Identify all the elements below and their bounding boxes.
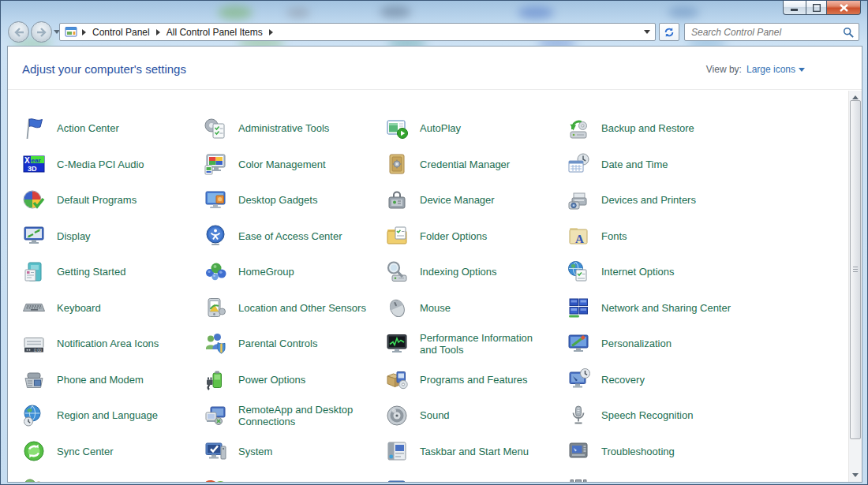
back-arrow-icon — [13, 28, 24, 37]
control-panel-item[interactable]: Windows Anytime Upgrade — [203, 469, 384, 482]
control-panel-item[interactable]: Internet Options — [566, 254, 747, 290]
view-by-dropdown[interactable]: Large icons — [746, 64, 805, 75]
control-panel-item[interactable]: Indexing Options — [384, 254, 566, 290]
internet-options-icon — [566, 259, 591, 285]
control-panel-item[interactable]: RemoteApp and Desktop Connections — [203, 397, 384, 434]
windows-anytime-upgrade-icon — [203, 475, 228, 482]
location-and-other-sensors-icon — [203, 295, 228, 320]
control-panel-item[interactable]: Parental Controls — [203, 326, 384, 362]
action-center-icon — [21, 116, 47, 141]
item-label: Folder Options — [420, 230, 487, 242]
control-panel-item[interactable]: AFonts — [566, 218, 747, 255]
item-label: Internet Options — [601, 266, 675, 278]
control-panel-item[interactable]: Phone and Modem — [21, 362, 203, 398]
control-panel-item[interactable]: Programs and Features — [384, 362, 566, 398]
item-label: Fonts — [601, 230, 627, 242]
svg-text:0:00: 0:00 — [34, 347, 42, 352]
control-panel-item[interactable]: Folder Options — [384, 218, 566, 255]
breadcrumb-control-panel[interactable]: Control Panel — [91, 26, 152, 39]
taskbar-and-start-menu-icon — [384, 438, 410, 464]
item-label: Windows Anytime Upgrade — [238, 481, 361, 482]
control-panel-item[interactable]: Sound — [384, 397, 566, 434]
control-panel-item[interactable]: Default Programs — [21, 182, 203, 218]
network-and-sharing-center-icon — [566, 295, 591, 320]
control-panel-item[interactable] — [384, 469, 566, 482]
control-panel-item[interactable]: AutoPlay — [384, 110, 566, 147]
search-input[interactable] — [690, 26, 843, 39]
item-label: Devices and Printers — [601, 194, 696, 206]
control-panel-item[interactable]: Backup and Restore — [566, 110, 747, 147]
breadcrumb-arrow[interactable] — [156, 29, 160, 35]
address-bar[interactable]: Control Panel All Control Panel Items — [59, 23, 656, 41]
item-label: HomeGroup — [238, 266, 294, 278]
control-panel-item[interactable]: Xear3DC-Media PCI Audio — [21, 147, 203, 183]
power-options-icon — [203, 367, 228, 392]
refresh-button[interactable] — [659, 23, 679, 41]
keyboard-icon — [21, 295, 47, 320]
scrollbar-grip — [853, 267, 858, 273]
control-panel-item[interactable]: 0:00Notification Area Icons — [21, 326, 203, 362]
navigation-bar: Control Panel All Control Panel Items — [1, 21, 867, 43]
item-label: Keyboard — [57, 302, 101, 314]
close-button[interactable] — [827, 1, 861, 15]
control-panel-item[interactable]: Ease of Access Center — [203, 218, 384, 255]
item-label: Notification Area Icons — [57, 338, 159, 349]
glass-blur-blob — [668, 6, 699, 18]
color-management-icon — [203, 151, 228, 177]
control-panel-item[interactable]: Getting Started — [21, 254, 203, 290]
control-panel-item[interactable]: Troubleshooting — [566, 434, 747, 470]
address-dropdown-icon[interactable] — [644, 30, 650, 34]
control-panel-item[interactable]: Date and Time — [566, 147, 747, 183]
control-panel-item[interactable]: Personalization — [566, 326, 747, 362]
control-panel-item[interactable]: Network and Sharing Center — [566, 290, 747, 326]
control-panel-item[interactable]: Speech Recognition — [566, 397, 747, 434]
forward-button[interactable] — [31, 21, 52, 43]
back-button[interactable] — [8, 21, 29, 43]
control-panel-item[interactable]: Region and Language — [21, 397, 203, 434]
breadcrumb-arrow[interactable] — [82, 29, 86, 35]
svg-text:ear: ear — [32, 157, 41, 164]
control-panel-item[interactable]: HomeGroup — [203, 254, 384, 290]
date-and-time-icon — [566, 151, 591, 177]
control-panel-item[interactable]: Device Manager — [384, 182, 566, 218]
breadcrumb-all-items[interactable]: All Control Panel Items — [165, 26, 264, 39]
svg-text:X: X — [24, 156, 30, 165]
ease-of-access-center-icon — [203, 223, 228, 248]
item-label: Administrative Tools — [238, 122, 329, 134]
troubleshooting-icon — [566, 438, 591, 464]
breadcrumb-arrow[interactable] — [269, 29, 273, 35]
control-panel-item[interactable]: Credential Manager — [384, 147, 566, 183]
refresh-icon — [664, 27, 675, 38]
device-manager-icon — [384, 188, 410, 213]
item-label: Mouse — [420, 302, 451, 314]
control-panel-item[interactable]: Mouse — [384, 290, 566, 326]
personalization-icon — [566, 331, 591, 356]
control-panel-item[interactable]: Recovery — [566, 362, 747, 398]
system-icon — [203, 438, 228, 464]
minimize-button[interactable] — [783, 1, 806, 15]
item-label: System — [238, 446, 272, 457]
item-label: Programs and Features — [420, 374, 528, 386]
vertical-scrollbar[interactable] — [848, 91, 862, 482]
control-panel-item[interactable]: Sync Center — [21, 434, 203, 470]
control-panel-item[interactable]: Color Management — [203, 147, 384, 183]
item-label: Troubleshooting — [601, 446, 675, 457]
control-panel-item[interactable]: Taskbar and Start Menu — [384, 434, 566, 470]
control-panel-item[interactable]: Desktop Gadgets — [203, 182, 384, 218]
control-panel-item[interactable]: Location and Other Sensors — [203, 290, 384, 326]
control-panel-item[interactable]: Action Center — [21, 110, 203, 147]
control-panel-item[interactable]: Display — [21, 218, 203, 255]
control-panel-item[interactable]: Performance Information and Tools — [384, 326, 566, 362]
scrollbar-thumb[interactable] — [850, 100, 861, 439]
control-panel-item[interactable] — [566, 469, 747, 482]
scroll-down-button[interactable] — [849, 468, 862, 482]
control-panel-item[interactable]: Power Options — [203, 362, 384, 398]
control-panel-item[interactable]: Devices and Printers — [566, 182, 747, 218]
maximize-button[interactable] — [806, 1, 827, 15]
item-label: Color Management — [238, 159, 326, 170]
control-panel-item[interactable] — [21, 469, 203, 482]
control-panel-item[interactable]: Administrative Tools — [203, 110, 384, 147]
control-panel-item[interactable]: Keyboard — [21, 290, 203, 326]
item-label: Taskbar and Start Menu — [420, 446, 529, 457]
control-panel-item[interactable]: System — [203, 434, 384, 470]
